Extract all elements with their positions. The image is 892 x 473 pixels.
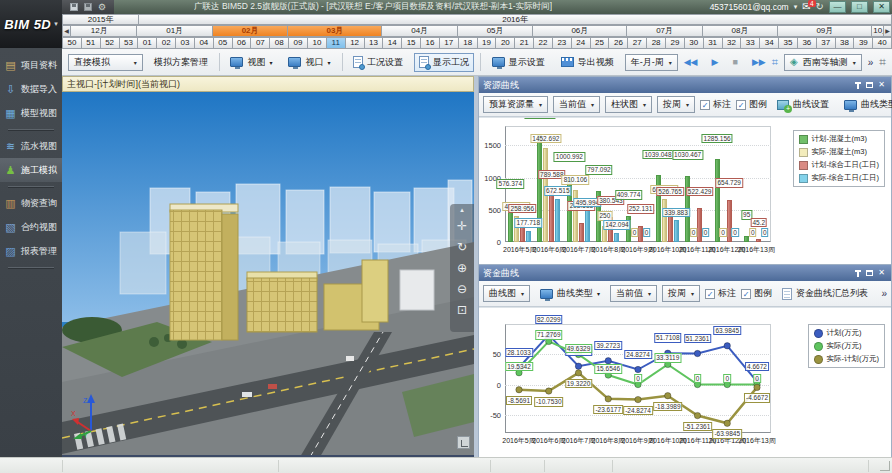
maximize-icon[interactable] — [866, 82, 873, 88]
timeline-week-cell[interactable]: 14 — [383, 37, 402, 49]
timeline-week-cell[interactable]: 02 — [157, 37, 176, 49]
timeline-month-cell[interactable]: 03月 — [288, 25, 382, 37]
condition-settings-button[interactable]: 工况设置 — [348, 53, 408, 72]
orbit-icon[interactable]: ↻ — [453, 238, 471, 256]
curve-settings-button[interactable]: 曲线设置 — [772, 95, 834, 114]
timeline-week-cell[interactable]: 38 — [836, 37, 855, 49]
timeline-week-cell[interactable]: 33 — [741, 37, 760, 49]
timeline-current-week-cell[interactable]: 11 — [327, 37, 346, 49]
timeline-week-cell[interactable]: 22 — [534, 37, 553, 49]
zoom-extents-icon[interactable]: ⊡ — [453, 301, 471, 319]
timeline-month-cell[interactable]: 07月 — [627, 25, 702, 37]
legend-checkbox[interactable]: ✓图例 — [736, 98, 767, 111]
timeline-week-cell[interactable]: 39 — [854, 37, 873, 49]
chart-type-dropdown[interactable]: 柱状图▾ — [605, 96, 652, 113]
sim-mode-dropdown[interactable]: 直接模拟▾ — [68, 54, 143, 71]
timeline-week-cell[interactable]: 21 — [515, 37, 534, 49]
timeline-week-cell[interactable]: 36 — [798, 37, 817, 49]
timeline-scroll-right-icon[interactable]: ▶ — [883, 25, 892, 37]
sidebar-item-contract-view[interactable]: ▧合约视图 — [0, 215, 62, 239]
pan-icon[interactable]: ✛ — [453, 217, 471, 235]
timeline-week-cell[interactable]: 19 — [478, 37, 497, 49]
timeline-week-cell[interactable]: 10 — [308, 37, 327, 49]
panel-overflow-button[interactable]: » — [881, 288, 887, 299]
timeline-week-cell[interactable]: 13 — [365, 37, 384, 49]
collapse-icon[interactable]: ▴ — [460, 206, 464, 214]
funds-value-mode-dropdown[interactable]: 当前值▾ — [610, 285, 657, 302]
timeline-week-cell[interactable]: 16 — [421, 37, 440, 49]
timeline-week-cell[interactable]: 51 — [82, 37, 101, 49]
account-chevron-icon[interactable]: ▾ — [794, 3, 798, 11]
funds-annotate-checkbox[interactable]: ✓标注 — [705, 287, 736, 300]
view-preset-dropdown[interactable]: ◈西南等轴测▾ — [784, 54, 862, 71]
app-logo[interactable]: BIM 5D ▾ — [0, 0, 62, 48]
sidebar-item-material-query[interactable]: ▥物资查询 — [0, 191, 62, 215]
maximize-icon[interactable] — [866, 270, 873, 276]
viewport-header[interactable]: 主视口-[计划时间](当前视口) — [62, 76, 474, 92]
viewport-button[interactable]: 视口▾ — [283, 53, 335, 72]
timeline-week-cell[interactable]: 09 — [289, 37, 308, 49]
curve-type-button[interactable]: 曲线类型 — [839, 95, 892, 114]
time-unit-dropdown[interactable]: 年-月-周▾ — [625, 54, 678, 71]
sidebar-item-report-mgmt[interactable]: ▨报表管理 — [0, 239, 62, 263]
close-button[interactable]: ✕ — [873, 1, 890, 13]
timeline-week-cell[interactable]: 34 — [760, 37, 779, 49]
account-label[interactable]: 453715601@qq.com — [710, 2, 789, 12]
funds-chart-type-dropdown[interactable]: 曲线图▾ — [483, 285, 530, 302]
close-icon[interactable]: ✕ — [878, 81, 885, 89]
timeline-week-cell[interactable]: 18 — [459, 37, 478, 49]
timeline-year-cell[interactable]: 2015年 — [62, 14, 139, 25]
timeline-month-cell[interactable]: 12月 — [62, 25, 137, 37]
timeline-week-cell[interactable]: 24 — [572, 37, 591, 49]
export-video-button[interactable]: 导出视频 — [556, 53, 619, 72]
timeline-week-cell[interactable]: 28 — [647, 37, 666, 49]
annotate-checkbox[interactable]: ✓标注 — [700, 98, 731, 111]
resource-source-dropdown[interactable]: 预算资源量▾ — [483, 96, 548, 113]
timeline-month-cell[interactable]: 05月 — [458, 25, 533, 37]
timeline-week-cell[interactable]: 17 — [440, 37, 459, 49]
timeline-week-cell[interactable]: 25 — [591, 37, 610, 49]
sync-icon[interactable]: ↻ — [816, 2, 824, 12]
funds-curve-type-button[interactable]: 曲线类型▾ — [535, 284, 605, 303]
view-button[interactable]: 视图▾ — [225, 53, 277, 72]
timeline-week-cell[interactable]: 07 — [251, 37, 270, 49]
funds-summary-list-button[interactable]: 资金曲线汇总列表 — [777, 284, 873, 303]
timeline-week-cell[interactable]: 29 — [666, 37, 685, 49]
display-settings-button[interactable]: 显示设置 — [487, 53, 550, 72]
show-condition-button[interactable]: 显示工况 — [414, 53, 474, 72]
viewport-corner-button[interactable] — [457, 436, 470, 449]
sidebar-item-model-view[interactable]: ▦模型视图 — [0, 101, 62, 125]
zoom-out-icon[interactable]: ⊖ — [453, 280, 471, 298]
gear-icon[interactable]: ⚙ — [98, 3, 106, 12]
timeline-week-cell[interactable]: 52 — [101, 37, 120, 49]
timeline-week-cell[interactable]: 27 — [628, 37, 647, 49]
timeline-week-cell[interactable]: 31 — [704, 37, 723, 49]
fast-forward-button[interactable]: ▶▶ — [752, 58, 766, 67]
resize-grip-icon[interactable] — [880, 461, 890, 471]
timeline-week-cell[interactable]: 26 — [609, 37, 628, 49]
timeline-week-cell[interactable]: 04 — [195, 37, 214, 49]
timeline-week-cell[interactable]: 50 — [62, 37, 82, 49]
timeline-month-cell[interactable]: 08月 — [703, 25, 778, 37]
timeline-week-cell[interactable]: 37 — [817, 37, 836, 49]
close-icon[interactable]: ✕ — [878, 269, 885, 277]
minimize-button[interactable]: — — [829, 1, 846, 13]
pin-icon[interactable] — [857, 82, 859, 89]
period-dropdown[interactable]: 按周▾ — [657, 96, 695, 113]
timeline-week-cell[interactable]: 03 — [176, 37, 195, 49]
timeline-week-cell[interactable]: 23 — [553, 37, 572, 49]
timeline-week-cell[interactable]: 30 — [685, 37, 704, 49]
funds-legend-checkbox[interactable]: ✓图例 — [741, 287, 772, 300]
funds-period-dropdown[interactable]: 按周▾ — [662, 285, 700, 302]
timeline-month-cell[interactable]: 01月 — [137, 25, 212, 37]
sidebar-item-data-import[interactable]: ⇩数据导入 — [0, 77, 62, 101]
timeline-week-cell[interactable]: 06 — [233, 37, 252, 49]
stop-button[interactable]: ■ — [732, 58, 737, 67]
sidebar-item-construction-sim[interactable]: ♟施工模拟 — [0, 158, 62, 182]
timeline-scroll-left-icon[interactable]: ◀ — [62, 25, 71, 37]
timeline-week-cell[interactable]: 20 — [496, 37, 515, 49]
timeline-month-cell[interactable]: 06月 — [533, 25, 627, 37]
maximize-button[interactable]: □ — [851, 1, 868, 13]
grid-icon[interactable]: ⌗ — [879, 56, 886, 68]
timeline-week-cell[interactable]: 08 — [270, 37, 289, 49]
